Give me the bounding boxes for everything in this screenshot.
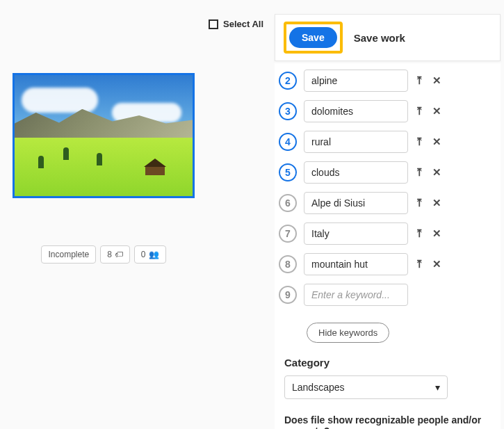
keyword-input[interactable] <box>304 161 408 184</box>
move-to-top-icon[interactable]: ⤒ <box>415 105 424 118</box>
people-icon: 👥 <box>149 250 159 259</box>
asset-thumbnail[interactable] <box>13 73 195 198</box>
keyword-list: 2⤒✕3⤒✕4⤒✕5⤒✕6⤒✕7⤒✕8⤒✕9 <box>275 61 501 317</box>
save-work-label: Save work <box>354 32 405 44</box>
category-selected-value: Landscapes <box>292 382 345 393</box>
keyword-number: 3 <box>279 102 297 120</box>
remove-keyword-icon[interactable]: ✕ <box>432 74 441 87</box>
keyword-row-empty: 9 <box>279 284 498 306</box>
keyword-input[interactable] <box>304 253 408 275</box>
keyword-row: 7⤒✕ <box>279 222 498 245</box>
status-badge-releases: 0 👥 <box>134 245 166 264</box>
keyword-input[interactable] <box>304 131 408 153</box>
keyword-input[interactable] <box>304 192 408 214</box>
keyword-number: 2 <box>279 72 297 90</box>
keyword-number: 8 <box>279 255 297 273</box>
move-to-top-icon[interactable]: ⤒ <box>415 227 424 240</box>
recognizable-question: Does file show recognizable people and/o… <box>284 414 501 429</box>
move-to-top-icon[interactable]: ⤒ <box>415 166 424 179</box>
remove-keyword-icon[interactable]: ✕ <box>432 105 441 118</box>
keyword-input[interactable] <box>304 70 408 92</box>
save-bar: Save Save work <box>275 14 501 61</box>
move-to-top-icon[interactable]: ⤒ <box>415 258 424 270</box>
keyword-row: 2⤒✕ <box>279 70 498 92</box>
keyword-row: 4⤒✕ <box>279 131 498 153</box>
move-to-top-icon[interactable]: ⤒ <box>415 197 424 209</box>
keyword-number: 9 <box>279 286 297 304</box>
save-button-highlight: Save <box>284 22 343 54</box>
category-heading: Category <box>284 357 501 369</box>
keyword-input[interactable] <box>304 222 408 245</box>
remove-keyword-icon[interactable]: ✕ <box>432 136 441 148</box>
status-badge-incomplete: Incomplete <box>41 245 96 264</box>
move-to-top-icon[interactable]: ⤒ <box>415 74 424 87</box>
remove-keyword-icon[interactable]: ✕ <box>432 166 441 179</box>
move-to-top-icon[interactable]: ⤒ <box>415 136 424 148</box>
tag-icon: 🏷 <box>115 250 123 259</box>
chevron-down-icon: ▾ <box>435 382 440 393</box>
select-all-checkbox[interactable]: Select All <box>209 19 263 29</box>
remove-keyword-icon[interactable]: ✕ <box>432 227 441 240</box>
keyword-number: 5 <box>279 163 297 181</box>
keyword-row: 3⤒✕ <box>279 100 498 122</box>
keyword-number: 4 <box>279 133 297 151</box>
remove-keyword-icon[interactable]: ✕ <box>432 258 441 270</box>
keyword-input[interactable] <box>304 284 408 306</box>
category-select[interactable]: Landscapes ▾ <box>284 375 448 399</box>
checkbox-icon <box>209 19 218 29</box>
status-badge-keywords: 8 🏷 <box>100 245 130 264</box>
keyword-row: 5⤒✕ <box>279 161 498 184</box>
keyword-number: 7 <box>279 225 297 243</box>
select-all-label: Select All <box>223 19 263 29</box>
keyword-row: 6⤒✕ <box>279 192 498 214</box>
keyword-input[interactable] <box>304 100 408 122</box>
remove-keyword-icon[interactable]: ✕ <box>432 197 441 209</box>
keyword-number: 6 <box>279 194 297 212</box>
hide-keywords-button[interactable]: Hide keywords <box>307 323 389 343</box>
save-button[interactable]: Save <box>289 27 337 48</box>
keyword-row: 8⤒✕ <box>279 253 498 275</box>
